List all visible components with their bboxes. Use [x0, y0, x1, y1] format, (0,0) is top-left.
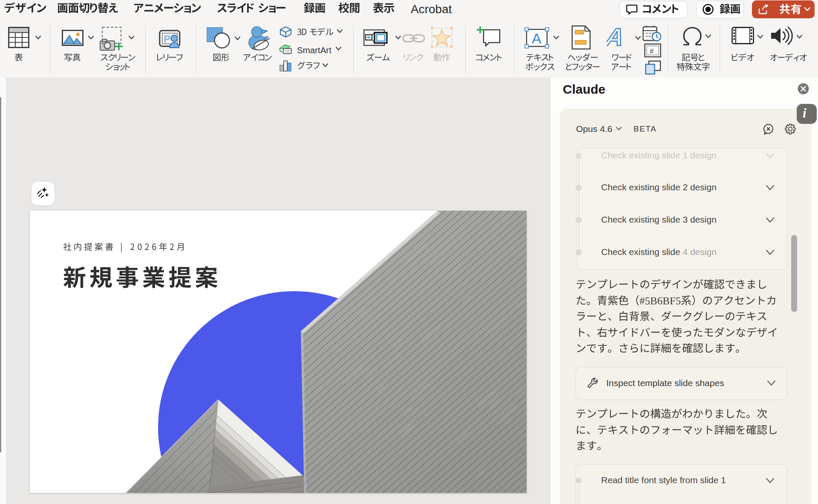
svg-text:A: A [532, 30, 541, 46]
svg-text:A: A [607, 25, 626, 49]
svg-text:P: P [164, 33, 170, 45]
svg-text:#: # [650, 47, 654, 55]
